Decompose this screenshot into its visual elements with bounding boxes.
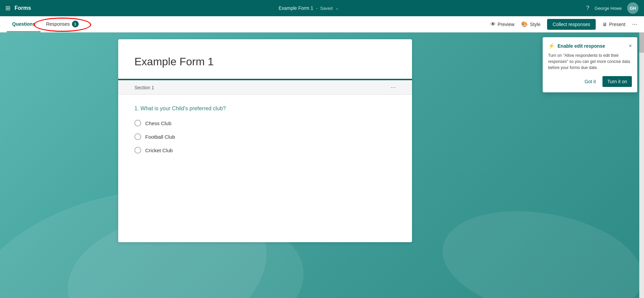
lightning-icon: ⚡ xyxy=(548,43,555,49)
help-icon[interactable]: ? xyxy=(586,5,589,11)
got-it-button[interactable]: Got it xyxy=(581,77,599,86)
section-title: Section 1 xyxy=(134,85,154,90)
top-bar-center: Example Form 1 - Saved ⌄ xyxy=(31,5,586,11)
form-card: Example Form 1 Section 1 ··· 1. What is … xyxy=(118,39,412,242)
present-icon: 🖥 xyxy=(602,22,607,27)
top-bar-left: ⊞ Forms xyxy=(5,4,31,12)
preview-button[interactable]: 👁 Preview xyxy=(490,21,515,27)
top-bar-right: ? George Howe GH xyxy=(586,2,639,14)
scrollbar-track xyxy=(639,32,644,298)
question-1-text: 1. What is your Child's preferred club? xyxy=(134,106,396,112)
tab-questions-label: Questions xyxy=(12,21,35,27)
popup-actions: Got it Turn it on xyxy=(548,76,632,87)
user-name: George Howe xyxy=(595,6,622,11)
enable-edit-popup: ⚡ Enable edit response × Turn on "Allow … xyxy=(543,37,637,92)
option-3-radio[interactable] xyxy=(134,147,141,154)
popup-body-text: Turn on "Allow respondents to edit their… xyxy=(548,52,632,71)
turn-it-on-button[interactable]: Turn it on xyxy=(602,76,632,87)
question-area: 1. What is your Child's preferred club? … xyxy=(118,95,412,171)
tab-questions[interactable]: Questions xyxy=(7,16,41,32)
option-1-label: Chess Club xyxy=(145,120,172,126)
option-1-row: Chess Club xyxy=(134,120,396,127)
saved-status: Saved xyxy=(320,6,333,11)
option-3-row: Cricket Club xyxy=(134,147,396,154)
title-chevron-icon[interactable]: ⌄ xyxy=(335,6,339,10)
popup-title: Enable edit response xyxy=(558,43,605,49)
question-content: What is your Child's preferred club? xyxy=(140,106,226,111)
option-3-label: Cricket Club xyxy=(145,147,173,153)
option-2-radio[interactable] xyxy=(134,133,141,140)
app-title: Forms xyxy=(15,5,31,11)
responses-badge: 1 xyxy=(72,21,79,27)
more-options-icon[interactable]: ··· xyxy=(632,21,637,28)
section-more-icon[interactable]: ··· xyxy=(391,84,396,91)
tab-responses-label: Responses xyxy=(46,21,70,27)
option-1-radio[interactable] xyxy=(134,120,141,127)
present-button[interactable]: 🖥 Present xyxy=(602,22,625,27)
top-bar: ⊞ Forms Example Form 1 - Saved ⌄ ? Georg… xyxy=(0,0,644,16)
scrollbar-thumb[interactable] xyxy=(639,32,644,53)
present-label: Present xyxy=(609,22,625,27)
tab-responses[interactable]: Responses 1 xyxy=(41,16,84,32)
tab-bar: Questions Responses 1 👁 Preview 🎨 Style … xyxy=(0,16,644,32)
preview-icon: 👁 xyxy=(490,21,496,27)
option-2-label: Football Club xyxy=(145,134,175,140)
form-card-title: Example Form 1 xyxy=(134,55,396,68)
popup-title-row: ⚡ Enable edit response xyxy=(548,43,605,49)
waffle-icon[interactable]: ⊞ xyxy=(5,4,10,12)
style-label: Style xyxy=(530,22,540,27)
form-header: Example Form 1 xyxy=(118,39,412,80)
popup-close-button[interactable]: × xyxy=(629,43,632,49)
question-number: 1. xyxy=(134,106,139,111)
separator: - xyxy=(316,6,317,11)
avatar[interactable]: GH xyxy=(627,2,639,14)
tab-bar-actions: 👁 Preview 🎨 Style Collect responses 🖥 Pr… xyxy=(490,16,637,32)
wave-3 xyxy=(434,197,644,298)
form-title-display: Example Form 1 xyxy=(279,5,313,11)
section-bar: Section 1 ··· xyxy=(118,80,412,95)
preview-label: Preview xyxy=(498,22,515,27)
popup-header: ⚡ Enable edit response × xyxy=(548,43,632,49)
collect-responses-button[interactable]: Collect responses xyxy=(547,19,595,30)
style-icon: 🎨 xyxy=(521,21,528,27)
main-content: Example Form 1 Section 1 ··· 1. What is … xyxy=(0,32,644,298)
option-2-row: Football Club xyxy=(134,133,396,140)
style-button[interactable]: 🎨 Style xyxy=(521,21,540,27)
